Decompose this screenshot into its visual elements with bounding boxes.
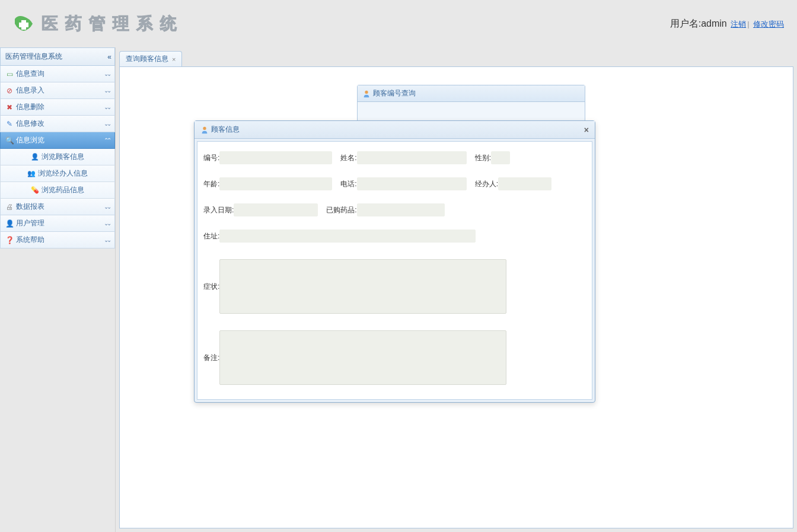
edit-icon: ✎ <box>5 120 14 128</box>
name-input[interactable] <box>357 151 467 164</box>
sidebar-item-label: 信息录入 <box>16 85 44 95</box>
delete-icon: ✖ <box>5 103 14 112</box>
query-icon: ▭ <box>5 70 14 78</box>
logout-link[interactable]: 注销 <box>731 20 746 28</box>
input-icon: ⊘ <box>5 87 14 95</box>
sub-item-browse-medicine[interactable]: 💊 浏览药品信息 <box>0 182 115 199</box>
user-mgmt-icon: 👤 <box>5 219 14 228</box>
sub-item-label: 浏览经办人信息 <box>38 168 88 179</box>
chevron-down-icon: ⌄⌄ <box>104 220 110 227</box>
remark-textarea[interactable] <box>219 330 506 385</box>
modal-title: 顾客信息 <box>211 125 240 135</box>
tab-bar: 查询顾客信息 × <box>119 51 793 66</box>
sidebar-item-user-mgmt[interactable]: 👤 用户管理 ⌄⌄ <box>0 215 115 232</box>
user-icon <box>200 126 209 134</box>
separator: | <box>747 20 749 28</box>
sidebar-item-label: 信息删除 <box>16 102 44 112</box>
purchased-label: 已购药品: <box>326 205 356 215</box>
sidebar-item-label: 信息查询 <box>16 69 44 79</box>
tab-label: 查询顾客信息 <box>126 54 168 64</box>
sidebar-item-label: 数据报表 <box>16 202 44 212</box>
sidebar-item-label: 系统帮助 <box>16 235 44 245</box>
purchased-input[interactable] <box>357 203 445 216</box>
sidebar-item-edit[interactable]: ✎ 信息修改 ⌄⌄ <box>0 116 115 132</box>
sidebar-item-delete[interactable]: ✖ 信息删除 ⌄⌄ <box>0 99 115 116</box>
operator-label: 经办人: <box>475 179 498 189</box>
logo-icon <box>12 12 36 36</box>
sidebar-item-report[interactable]: 🖨 数据报表 ⌄⌄ <box>0 199 115 215</box>
id-input[interactable] <box>219 151 332 164</box>
entry-date-label: 录入日期: <box>203 205 234 215</box>
age-label: 年龄: <box>203 179 219 189</box>
modal-header: 顾客信息 × <box>195 121 595 139</box>
chevron-down-icon: ⌄⌄ <box>104 237 110 243</box>
name-label: 姓名: <box>340 153 356 163</box>
sub-item-label: 浏览药品信息 <box>42 185 84 195</box>
browse-icon: 🔍 <box>5 136 14 145</box>
chevron-down-icon: ⌄⌄ <box>104 104 110 110</box>
chevron-down-icon: ⌄⌄ <box>104 120 110 127</box>
user-icon: 👤 <box>31 153 39 161</box>
user-icon <box>362 90 371 98</box>
address-label: 住址: <box>203 231 219 241</box>
user-label: 用户名: <box>670 18 701 28</box>
user-panel: 用户名:admin 注销| 修改密码 <box>670 18 785 30</box>
gender-label: 性别: <box>475 153 491 163</box>
content-area: 查询顾客信息 × 顾客编号查询 顾客信息 × <box>116 47 797 532</box>
chevron-up-icon: ⌃⌃ <box>104 137 110 144</box>
chevron-down-icon: ⌄⌄ <box>104 71 110 77</box>
report-icon: 🖨 <box>5 203 14 211</box>
search-panel-title: 顾客编号查询 <box>373 88 416 98</box>
modal-body: 编号: 姓名: 性别: <box>197 141 592 400</box>
remark-label: 备注: <box>203 353 219 363</box>
content-body: 顾客编号查询 顾客信息 × 编号: <box>119 66 793 528</box>
gender-input[interactable] <box>491 151 510 164</box>
symptom-label: 症状: <box>203 282 219 292</box>
sidebar-title[interactable]: 医药管理信息系统 « <box>0 47 115 66</box>
sidebar-item-label: 用户管理 <box>16 218 44 228</box>
tab-close-icon[interactable]: × <box>172 56 176 63</box>
symptom-textarea[interactable] <box>219 259 506 314</box>
sidebar-item-label: 信息修改 <box>16 119 44 129</box>
phone-label: 电话: <box>340 179 356 189</box>
address-input[interactable] <box>219 230 476 243</box>
svg-point-1 <box>203 126 206 129</box>
customer-info-modal: 顾客信息 × 编号: 姓名: <box>194 120 595 403</box>
medicine-icon: 💊 <box>31 186 39 194</box>
sidebar-item-browse[interactable]: 🔍 信息浏览 ⌃⌃ <box>0 132 115 149</box>
sub-item-label: 浏览顾客信息 <box>42 152 84 162</box>
age-input[interactable] <box>219 177 332 190</box>
entry-date-input[interactable] <box>234 203 318 216</box>
help-icon: ❓ <box>5 236 14 244</box>
svg-point-0 <box>365 90 368 93</box>
id-label: 编号: <box>203 153 219 163</box>
chevron-left-icon: « <box>107 53 110 61</box>
user-name: admin <box>701 18 727 28</box>
search-panel-header: 顾客编号查询 <box>358 85 585 102</box>
phone-input[interactable] <box>357 177 467 190</box>
logo-area: 医药管理系统 <box>12 12 184 36</box>
sidebar-item-help[interactable]: ❓ 系统帮助 ⌄⌄ <box>0 232 115 249</box>
operator-input[interactable] <box>498 177 551 190</box>
sidebar-item-label: 信息浏览 <box>16 135 44 145</box>
chevron-down-icon: ⌄⌄ <box>104 87 110 94</box>
app-header: 医药管理系统 用户名:admin 注销| 修改密码 <box>0 0 797 47</box>
sidebar-item-input[interactable]: ⊘ 信息录入 ⌄⌄ <box>0 82 115 99</box>
main-area: 医药管理信息系统 « ▭ 信息查询 ⌄⌄ ⊘ 信息录入 ⌄⌄ ✖ 信息删除 ⌄⌄… <box>0 47 797 532</box>
user-icon: 👥 <box>27 170 36 177</box>
sub-item-browse-operator[interactable]: 👥 浏览经办人信息 <box>0 165 115 182</box>
app-title: 医药管理系统 <box>42 12 184 35</box>
tab-query-customer[interactable]: 查询顾客信息 × <box>119 51 182 66</box>
close-icon[interactable]: × <box>584 125 589 135</box>
sub-item-browse-customer[interactable]: 👤 浏览顾客信息 <box>0 149 115 165</box>
chevron-down-icon: ⌄⌄ <box>104 203 110 210</box>
sidebar: 医药管理信息系统 « ▭ 信息查询 ⌄⌄ ⊘ 信息录入 ⌄⌄ ✖ 信息删除 ⌄⌄… <box>0 47 116 532</box>
change-password-link[interactable]: 修改密码 <box>753 20 784 28</box>
sidebar-title-text: 医药管理信息系统 <box>5 52 62 62</box>
sidebar-item-query[interactable]: ▭ 信息查询 ⌄⌄ <box>0 66 115 82</box>
